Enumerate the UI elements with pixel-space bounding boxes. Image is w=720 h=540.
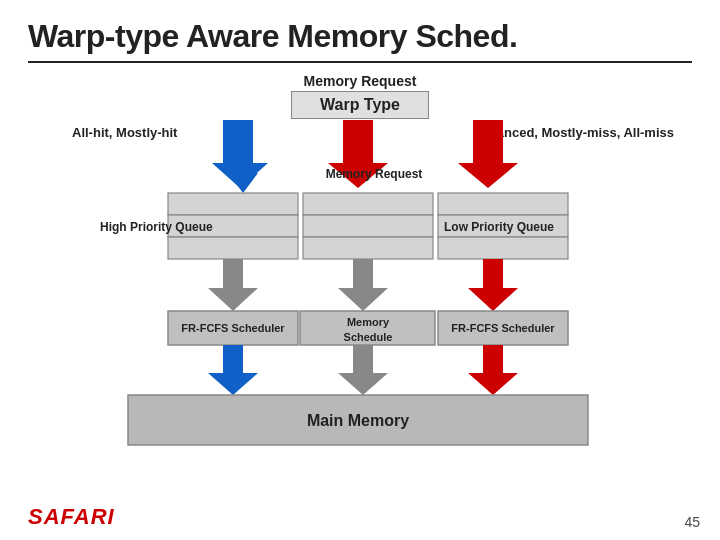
diagram-area: Memory Request Warp Type All-hit, Mostly… <box>28 73 692 463</box>
svg-text:FR-FCFS Scheduler: FR-FCFS Scheduler <box>181 322 285 334</box>
page-number: 45 <box>684 514 700 530</box>
svg-marker-0 <box>212 120 268 188</box>
svg-marker-15 <box>338 259 388 311</box>
slide-title: Warp-type Aware Memory Sched. <box>28 18 692 63</box>
svg-rect-7 <box>303 215 433 237</box>
diagram-svg: High Priority Queue Low Priority Queue M… <box>28 73 692 463</box>
svg-rect-9 <box>438 193 568 215</box>
svg-rect-8 <box>303 237 433 259</box>
svg-rect-6 <box>303 193 433 215</box>
svg-rect-3 <box>168 193 298 215</box>
svg-marker-25 <box>338 345 388 395</box>
svg-text:Memory Request: Memory Request <box>326 167 423 181</box>
svg-marker-24 <box>208 345 258 395</box>
svg-text:FR-FCFS Scheduler: FR-FCFS Scheduler <box>451 322 555 334</box>
svg-text:Schedule: Schedule <box>344 331 393 343</box>
safari-brand: SAFARI <box>28 504 115 530</box>
svg-text:Memory: Memory <box>347 316 390 328</box>
svg-rect-5 <box>168 237 298 259</box>
svg-text:Low Priority Queue: Low Priority Queue <box>444 220 554 234</box>
hpq-label: High Priority Queue <box>100 220 213 234</box>
svg-rect-11 <box>438 237 568 259</box>
svg-marker-16 <box>468 259 518 311</box>
svg-marker-14 <box>208 259 258 311</box>
svg-marker-2 <box>458 120 518 188</box>
svg-text:Main Memory: Main Memory <box>307 412 409 429</box>
svg-marker-26 <box>468 345 518 395</box>
slide: Warp-type Aware Memory Sched. Memory Req… <box>0 0 720 540</box>
